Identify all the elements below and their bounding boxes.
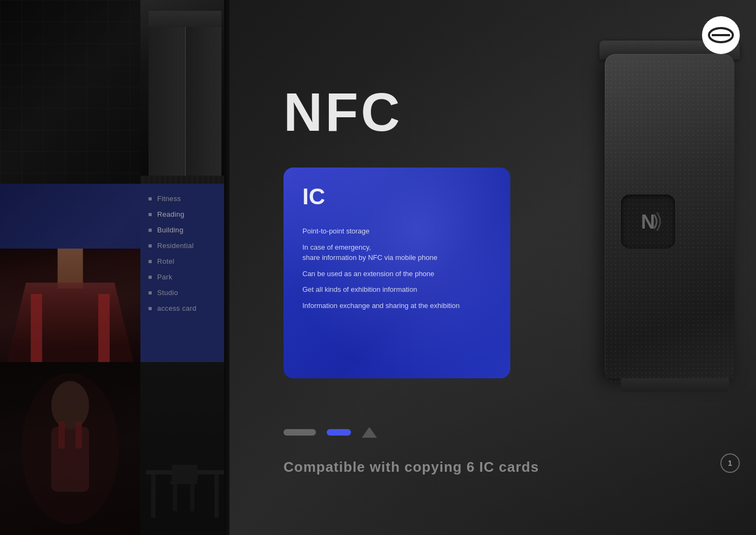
svg-rect-1 (151, 474, 156, 518)
menu-label-building: Building (157, 226, 184, 234)
svg-point-8 (51, 381, 89, 430)
menu-item-access-card[interactable]: access card (148, 304, 221, 312)
menu-label-park: Park (157, 273, 172, 281)
device-body: N (605, 54, 734, 378)
compatible-text: Compatible with copying 6 IC cards (284, 459, 539, 476)
menu-bullet (148, 213, 152, 216)
menu-item-reading[interactable]: Reading (148, 210, 221, 218)
svg-rect-4 (173, 484, 177, 511)
menu-item-studio[interactable]: Studio (148, 289, 221, 297)
menu-section: Fitness Reading Building Residential Rot… (140, 184, 230, 362)
menu-bullet (148, 197, 152, 200)
person-image (0, 249, 140, 362)
device-bottom-bar (621, 378, 729, 392)
svg-rect-2 (214, 474, 219, 518)
menu-bullet (148, 307, 152, 310)
page-number: 1 (720, 453, 740, 473)
fitness-bottom (0, 362, 140, 535)
menu-label-studio: Studio (157, 289, 178, 297)
menu-bullet (148, 291, 152, 295)
main-content-area: NFC IC Point-to-point storage In case of… (230, 0, 756, 535)
svg-rect-6 (172, 465, 198, 481)
feature-1: Point-to-point storage (302, 226, 491, 237)
logo-svg (707, 27, 734, 43)
navigation-dots (284, 427, 377, 438)
nfc-title: NFC (284, 81, 403, 143)
menu-bullet (148, 229, 152, 232)
nav-dot-2[interactable] (327, 429, 351, 436)
svg-rect-15 (712, 34, 730, 36)
menu-bullet (148, 244, 152, 248)
menu-label-rotel: Rotel (157, 257, 174, 265)
nfc-device: N (562, 32, 756, 400)
svg-rect-10 (58, 422, 65, 449)
menu-label-reading: Reading (157, 210, 185, 218)
divider (224, 0, 230, 535)
ic-features-list: Point-to-point storage In case of emerge… (302, 226, 491, 311)
svg-rect-9 (51, 427, 89, 492)
logo (702, 16, 740, 54)
nav-dot-1[interactable] (284, 429, 316, 436)
menu-label-residential: Residential (157, 242, 194, 250)
svg-text:N: N (641, 211, 655, 233)
menu-item-building[interactable]: Building (148, 226, 221, 234)
menu-item-park[interactable]: Park (148, 273, 221, 281)
feature-4: Get all kinds of exhibition information (302, 284, 491, 295)
table-image-area (140, 362, 230, 535)
nav-dot-3[interactable] (362, 427, 377, 438)
nfc-symbol: N (621, 195, 675, 249)
menu-item-fitness[interactable]: Fitness (148, 195, 221, 203)
svg-rect-3 (170, 481, 197, 484)
feature-5: Information exchange and sharing at the … (302, 300, 491, 311)
elevator-image (140, 0, 230, 184)
svg-rect-5 (190, 484, 194, 511)
menu-item-rotel[interactable]: Rotel (148, 257, 221, 265)
ic-panel: IC Point-to-point storage In case of eme… (284, 168, 510, 378)
ic-label: IC (302, 184, 491, 210)
menu-label-access-card: access card (157, 304, 197, 312)
feature-3: Can be used as an extension of the phone (302, 269, 491, 279)
menu-label-fitness: Fitness (157, 195, 181, 203)
menu-item-residential[interactable]: Residential (148, 242, 221, 250)
svg-rect-11 (76, 422, 82, 449)
menu-bullet (148, 276, 152, 279)
menu-bullet (148, 260, 152, 263)
feature-2: In case of emergency,share information b… (302, 242, 491, 263)
